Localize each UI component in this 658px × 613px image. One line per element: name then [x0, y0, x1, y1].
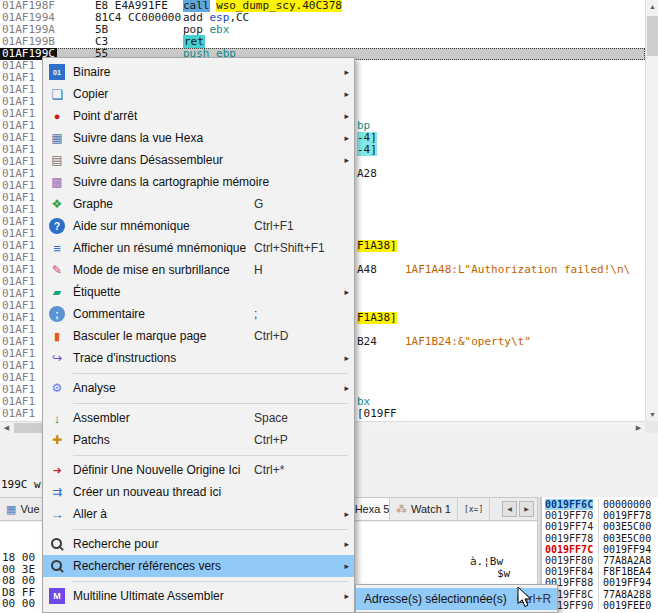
stack-row[interactable]: 0019FF84F8F1BEA4: [542, 566, 658, 577]
menu-item-basculer-le-marque-page[interactable]: ▮Basculer le marque pageCtrl+D: [43, 325, 354, 347]
summary-icon: ≡: [49, 240, 65, 256]
stack-address: 0019FF6C: [545, 499, 593, 510]
submenu-arrow-icon: ▸: [344, 509, 349, 519]
menu-item-label: Multiline Ultimate Assembler: [73, 589, 224, 603]
menu-item-etiquette[interactable]: ▰Étiquette▸: [43, 281, 354, 303]
help-icon: ?: [49, 218, 65, 234]
scroll-right-icon[interactable]: ▶: [632, 422, 645, 433]
menu-item-definir-une-nouvelle-origine-ici[interactable]: ➜Définir Une Nouvelle Origine IciCtrl+*: [43, 459, 354, 481]
assemble-icon: ↓: [49, 410, 65, 426]
submenu-arrow-icon: ▸: [344, 539, 349, 549]
menu-separator: [43, 451, 354, 459]
menu-item-suivre-dans-la-cartographie-memoire[interactable]: ▩Suivre dans la cartographie mémoire: [43, 171, 354, 193]
menu-item-label: Copier: [73, 87, 108, 101]
stack-row[interactable]: 0019FF900019FEE0: [542, 600, 658, 611]
stack-panel[interactable]: 0019FF6C000000000019FF700019FF780019FF74…: [541, 497, 658, 613]
menu-item-label: Afficher un résumé mnémonique: [73, 241, 246, 255]
stack-value: 77A8A2A8: [598, 555, 651, 566]
menu-item-rechercher-references-vers[interactable]: Rechercher références vers▸: [43, 555, 354, 577]
debugger-window: 01AF198FE8 E4A991FEcall wso_dump_scy.40C…: [0, 0, 658, 613]
menu-item-multiline-ultimate-assembler[interactable]: MMultiline Ultimate Assembler▸: [43, 585, 354, 607]
stack-row[interactable]: 0019FF7C0019FF94: [542, 544, 658, 555]
disasm-rows: 01AF198FE8 E4A991FEcall wso_dump_scy.40C…: [0, 0, 645, 60]
menu-item-mode-de-mise-en-surbrillance[interactable]: ✎Mode de mise en surbrillanceH: [43, 259, 354, 281]
menu-item-aide-sur-mnemonique[interactable]: ?Aide sur mnémoniqueCtrl+F1: [43, 215, 354, 237]
submenu-arrow-icon: ▸: [344, 89, 349, 99]
token: ,CC: [229, 11, 249, 24]
menu-item-analyse[interactable]: ⚙Analyse▸: [43, 377, 354, 399]
menu-item-label: Définir Une Nouvelle Origine Ici: [73, 463, 240, 477]
stack-value: 0019FEE0: [598, 600, 651, 611]
submenu-item-label: Adresse(s) sélectionnée(s): [364, 592, 507, 606]
submenu-arrow-icon: ▸: [344, 287, 349, 297]
menu-separator: [43, 525, 354, 533]
search-icon: [49, 536, 65, 552]
menu-item-label: Suivre dans Désassembleur: [73, 153, 223, 167]
locals-icon: [x=]: [464, 505, 483, 514]
menu-item-afficher-un-resume-mnemonique[interactable]: ≡Afficher un résumé mnémoniqueCtrl+Shift…: [43, 237, 354, 259]
scroll-left-icon[interactable]: ◀: [0, 422, 13, 433]
graph-icon: ❖: [49, 196, 65, 212]
stack-row[interactable]: 0019FF78003E5C00: [542, 533, 658, 544]
menu-item-point-d-arret[interactable]: ●Point d'arrêt▸: [43, 105, 354, 127]
scroll-down-icon[interactable]: ▼: [646, 408, 658, 421]
submenu-arrow-icon: ▸: [344, 353, 349, 363]
tab-scroll-right-icon[interactable]: ▶: [519, 501, 534, 517]
stack-address: 0019FF84: [545, 566, 593, 577]
menu-item-label: Aide sur mnémonique: [73, 219, 190, 233]
stack-row[interactable]: 0019FF700019FF78: [542, 510, 658, 521]
menu-item-aller-a[interactable]: →Aller à▸: [43, 503, 354, 525]
stack-value: F8F1BEA4: [598, 566, 651, 577]
stack-row[interactable]: 0019FF8077A8A2A8: [542, 555, 658, 566]
stack-row[interactable]: 0019FF8C77A8A288: [542, 589, 658, 600]
dump-row[interactable]: 00 00: [2, 598, 35, 610]
stack-value: 77A8A288: [598, 589, 651, 600]
stack-row[interactable]: 0019FF6C00000000: [542, 499, 658, 510]
tab-scroll-left-icon[interactable]: ◀: [502, 501, 517, 517]
new-thread-icon: ⇉: [49, 484, 65, 500]
search-references-icon: [49, 558, 65, 574]
menu-item-label: Point d'arrêt: [73, 109, 137, 123]
token: ebx: [210, 23, 230, 36]
tab-watch-1[interactable]: ⁂Watch 1: [390, 498, 458, 520]
menu-shortcut: Space: [254, 411, 288, 425]
disassembler-icon: ▤: [49, 152, 65, 168]
menu-item-patchs[interactable]: ✚PatchsCtrl+P: [43, 429, 354, 451]
menu-separator: [43, 399, 354, 407]
menu-item-suivre-dans-desassembleur[interactable]: ▤Suivre dans Désassembleur▸: [43, 149, 354, 171]
menu-item-label: Aller à: [73, 507, 107, 521]
code-fragment: F1A38]: [357, 240, 397, 252]
set-origin-icon: ➜: [49, 462, 65, 478]
menu-shortcut: Ctrl+F1: [254, 219, 294, 233]
stack-row[interactable]: 0019FF74003E5C00: [542, 521, 658, 532]
menu-item-label: Étiquette: [73, 285, 120, 299]
code-fragment: F1A38]: [357, 312, 397, 324]
dump-ascii-fragment: $w: [497, 568, 510, 580]
menu-item-label: Binaire: [73, 65, 110, 79]
menu-item-creer-un-nouveau-thread-ici[interactable]: ⇉Créer un nouveau thread ici: [43, 481, 354, 503]
menu-item-label: Mode de mise en surbrillance: [73, 263, 230, 277]
scroll-up-icon[interactable]: ▲: [646, 0, 658, 13]
code-fragment: -4]: [357, 144, 377, 156]
menu-shortcut: Ctrl+Shift+F1: [254, 241, 325, 255]
copy-icon: ❏: [49, 86, 65, 102]
stack-row[interactable]: 0019FF880019FF94: [542, 577, 658, 588]
menu-item-graphe[interactable]: ❖GrapheG: [43, 193, 354, 215]
menu-item-trace-d-instructions[interactable]: ↪Trace d'instructions▸: [43, 347, 354, 369]
menu-item-copier[interactable]: ❏Copier▸: [43, 83, 354, 105]
submenu-arrow-icon: ▸: [344, 591, 349, 601]
submenu-arrow-icon: ▸: [344, 561, 349, 571]
menu-item-binaire[interactable]: 01Binaire▸: [43, 61, 354, 83]
vertical-scroll-thumb[interactable]: [647, 16, 658, 56]
vertical-scrollbar[interactable]: ▲ ▼: [645, 0, 658, 421]
stack-value: 00000000: [598, 499, 651, 510]
tab-locals[interactable]: [x=]: [458, 498, 490, 520]
breakpoint-icon: ●: [49, 108, 65, 124]
menu-shortcut: Ctrl+*: [254, 463, 284, 477]
menu-item-label: Suivre dans la cartographie mémoire: [73, 175, 269, 189]
menu-item-commentaire[interactable]: ;Commentaire;: [43, 303, 354, 325]
menu-item-recherche-pour[interactable]: Recherche pour▸: [43, 533, 354, 555]
menu-item-assembler[interactable]: ↓AssemblerSpace: [43, 407, 354, 429]
menu-item-label: Recherche pour: [73, 537, 158, 551]
menu-item-suivre-dans-la-vue-hexa[interactable]: ▦Suivre dans la vue Hexa▸: [43, 127, 354, 149]
